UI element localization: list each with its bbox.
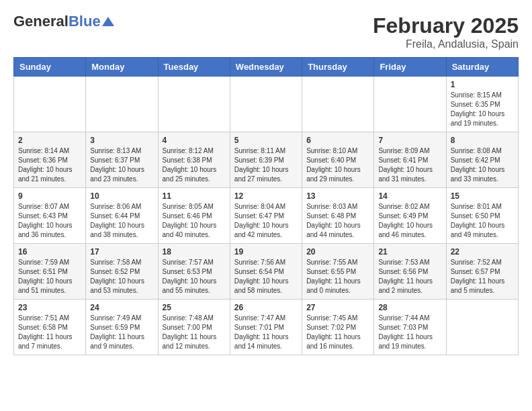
logo-blue: Blue xyxy=(69,13,101,30)
day-number: 15 xyxy=(451,191,514,201)
calendar-subtitle: Freila, Andalusia, Spain xyxy=(373,38,519,50)
table-row: 17Sunrise: 7:58 AM Sunset: 6:52 PM Dayli… xyxy=(86,244,158,300)
day-number: 28 xyxy=(378,303,441,312)
day-number: 16 xyxy=(18,247,81,257)
calendar-week-row: 2Sunrise: 8:14 AM Sunset: 6:36 PM Daylig… xyxy=(14,132,519,188)
table-row: 20Sunrise: 7:55 AM Sunset: 6:55 PM Dayli… xyxy=(302,244,374,300)
day-info: Sunrise: 8:09 AM Sunset: 6:41 PM Dayligh… xyxy=(378,146,441,184)
header-friday: Friday xyxy=(374,58,446,77)
table-row: 14Sunrise: 8:02 AM Sunset: 6:49 PM Dayli… xyxy=(374,188,446,244)
day-number: 11 xyxy=(163,191,226,201)
header-saturday: Saturday xyxy=(446,58,518,77)
day-number: 2 xyxy=(18,136,81,145)
day-number: 24 xyxy=(90,303,153,312)
day-info: Sunrise: 8:11 AM Sunset: 6:39 PM Dayligh… xyxy=(234,146,298,184)
table-row: 23Sunrise: 7:51 AM Sunset: 6:58 PM Dayli… xyxy=(14,300,86,355)
day-number: 21 xyxy=(378,247,441,257)
day-info: Sunrise: 8:04 AM Sunset: 6:47 PM Dayligh… xyxy=(234,202,298,240)
calendar-week-row: 1Sunrise: 8:15 AM Sunset: 6:35 PM Daylig… xyxy=(14,77,519,132)
table-row: 18Sunrise: 7:57 AM Sunset: 6:53 PM Dayli… xyxy=(158,244,230,300)
table-row xyxy=(230,77,302,132)
logo-general: General xyxy=(13,13,69,30)
day-number: 10 xyxy=(90,191,153,201)
day-number: 25 xyxy=(163,303,226,312)
day-info: Sunrise: 8:10 AM Sunset: 6:40 PM Dayligh… xyxy=(306,146,369,184)
table-row: 7Sunrise: 8:09 AM Sunset: 6:41 PM Daylig… xyxy=(374,132,446,188)
day-number: 26 xyxy=(234,303,298,312)
calendar-week-row: 9Sunrise: 8:07 AM Sunset: 6:43 PM Daylig… xyxy=(14,188,519,244)
day-number: 23 xyxy=(18,303,81,312)
day-info: Sunrise: 7:45 AM Sunset: 7:02 PM Dayligh… xyxy=(306,314,369,351)
day-info: Sunrise: 7:48 AM Sunset: 7:00 PM Dayligh… xyxy=(163,314,226,351)
day-info: Sunrise: 8:01 AM Sunset: 6:50 PM Dayligh… xyxy=(451,202,514,240)
day-info: Sunrise: 8:14 AM Sunset: 6:36 PM Dayligh… xyxy=(18,146,81,184)
day-info: Sunrise: 8:15 AM Sunset: 6:35 PM Dayligh… xyxy=(451,91,514,128)
table-row xyxy=(302,77,374,132)
day-number: 6 xyxy=(306,136,369,145)
day-number: 9 xyxy=(18,191,81,201)
header-thursday: Thursday xyxy=(302,58,374,77)
day-info: Sunrise: 7:49 AM Sunset: 6:59 PM Dayligh… xyxy=(90,314,153,351)
table-row: 3Sunrise: 8:13 AM Sunset: 6:37 PM Daylig… xyxy=(86,132,158,188)
table-row: 8Sunrise: 8:08 AM Sunset: 6:42 PM Daylig… xyxy=(446,132,518,188)
table-row: 1Sunrise: 8:15 AM Sunset: 6:35 PM Daylig… xyxy=(446,77,518,132)
header-monday: Monday xyxy=(86,58,158,77)
day-number: 14 xyxy=(378,191,441,201)
day-number: 1 xyxy=(451,80,514,89)
table-row: 28Sunrise: 7:44 AM Sunset: 7:03 PM Dayli… xyxy=(374,300,446,355)
day-info: Sunrise: 8:03 AM Sunset: 6:48 PM Dayligh… xyxy=(306,202,369,240)
table-row xyxy=(446,300,518,355)
day-number: 13 xyxy=(306,191,369,201)
table-row: 26Sunrise: 7:47 AM Sunset: 7:01 PM Dayli… xyxy=(230,300,302,355)
table-row: 9Sunrise: 8:07 AM Sunset: 6:43 PM Daylig… xyxy=(14,188,86,244)
calendar-title: February 2025 xyxy=(373,13,519,38)
table-row xyxy=(14,77,86,132)
table-row: 11Sunrise: 8:05 AM Sunset: 6:46 PM Dayli… xyxy=(158,188,230,244)
table-row: 16Sunrise: 7:59 AM Sunset: 6:51 PM Dayli… xyxy=(14,244,86,300)
day-info: Sunrise: 7:55 AM Sunset: 6:55 PM Dayligh… xyxy=(306,258,369,295)
day-info: Sunrise: 7:57 AM Sunset: 6:53 PM Dayligh… xyxy=(163,258,226,295)
calendar-body: 1Sunrise: 8:15 AM Sunset: 6:35 PM Daylig… xyxy=(14,77,519,355)
day-number: 27 xyxy=(306,303,369,312)
calendar-header-row: Sunday Monday Tuesday Wednesday Thursday… xyxy=(14,58,519,77)
day-number: 18 xyxy=(163,247,226,257)
title-block: February 2025 Freila, Andalusia, Spain xyxy=(373,13,519,50)
page-header: GeneralBlue February 2025 Freila, Andalu… xyxy=(13,13,519,50)
calendar-week-row: 16Sunrise: 7:59 AM Sunset: 6:51 PM Dayli… xyxy=(14,244,519,300)
day-number: 7 xyxy=(378,136,441,145)
day-number: 20 xyxy=(306,247,369,257)
day-number: 5 xyxy=(234,136,298,145)
table-row: 2Sunrise: 8:14 AM Sunset: 6:36 PM Daylig… xyxy=(14,132,86,188)
day-number: 19 xyxy=(234,247,298,257)
day-number: 17 xyxy=(90,247,153,257)
logo-icon xyxy=(102,15,114,28)
table-row: 21Sunrise: 7:53 AM Sunset: 6:56 PM Dayli… xyxy=(374,244,446,300)
logo-text: GeneralBlue xyxy=(13,13,114,30)
day-info: Sunrise: 7:51 AM Sunset: 6:58 PM Dayligh… xyxy=(18,314,81,351)
day-info: Sunrise: 7:47 AM Sunset: 7:01 PM Dayligh… xyxy=(234,314,298,351)
day-info: Sunrise: 7:53 AM Sunset: 6:56 PM Dayligh… xyxy=(378,258,441,295)
logo: GeneralBlue xyxy=(13,13,114,30)
day-info: Sunrise: 7:56 AM Sunset: 6:54 PM Dayligh… xyxy=(234,258,298,295)
day-info: Sunrise: 7:44 AM Sunset: 7:03 PM Dayligh… xyxy=(378,314,441,351)
svg-marker-0 xyxy=(102,17,114,26)
header-tuesday: Tuesday xyxy=(158,58,230,77)
day-info: Sunrise: 8:02 AM Sunset: 6:49 PM Dayligh… xyxy=(378,202,441,240)
day-number: 3 xyxy=(90,136,153,145)
header-sunday: Sunday xyxy=(14,58,86,77)
table-row: 12Sunrise: 8:04 AM Sunset: 6:47 PM Dayli… xyxy=(230,188,302,244)
day-info: Sunrise: 7:59 AM Sunset: 6:51 PM Dayligh… xyxy=(18,258,81,295)
calendar-week-row: 23Sunrise: 7:51 AM Sunset: 6:58 PM Dayli… xyxy=(14,300,519,355)
table-row: 22Sunrise: 7:52 AM Sunset: 6:57 PM Dayli… xyxy=(446,244,518,300)
day-info: Sunrise: 8:05 AM Sunset: 6:46 PM Dayligh… xyxy=(163,202,226,240)
day-number: 12 xyxy=(234,191,298,201)
day-number: 4 xyxy=(163,136,226,145)
table-row: 10Sunrise: 8:06 AM Sunset: 6:44 PM Dayli… xyxy=(86,188,158,244)
day-info: Sunrise: 8:06 AM Sunset: 6:44 PM Dayligh… xyxy=(90,202,153,240)
day-info: Sunrise: 7:58 AM Sunset: 6:52 PM Dayligh… xyxy=(90,258,153,295)
table-row: 6Sunrise: 8:10 AM Sunset: 6:40 PM Daylig… xyxy=(302,132,374,188)
table-row: 25Sunrise: 7:48 AM Sunset: 7:00 PM Dayli… xyxy=(158,300,230,355)
header-wednesday: Wednesday xyxy=(230,58,302,77)
table-row: 13Sunrise: 8:03 AM Sunset: 6:48 PM Dayli… xyxy=(302,188,374,244)
table-row: 19Sunrise: 7:56 AM Sunset: 6:54 PM Dayli… xyxy=(230,244,302,300)
